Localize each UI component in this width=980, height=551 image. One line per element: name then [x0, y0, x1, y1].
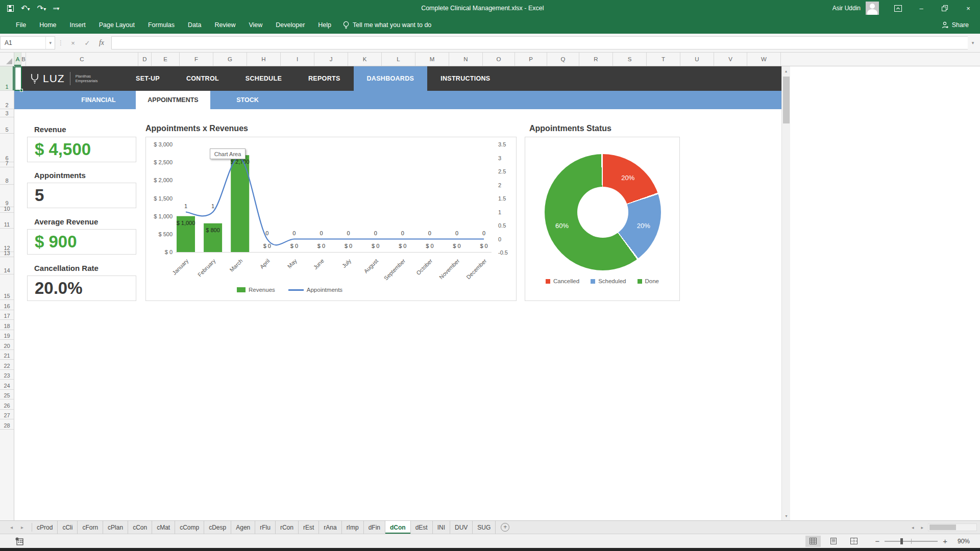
- sheet-tab-cCon[interactable]: cCon: [128, 521, 152, 534]
- ribbon-tab-page-layout[interactable]: Page Layout: [92, 17, 141, 33]
- row-header-8[interactable]: 8: [0, 167, 14, 185]
- sheet-tab-cPlan[interactable]: cPlan: [103, 521, 128, 534]
- scroll-down-icon[interactable]: ▾: [782, 511, 791, 520]
- ribbon-tab-help[interactable]: Help: [311, 17, 338, 33]
- row-header-1[interactable]: 1: [0, 66, 14, 91]
- column-header-M[interactable]: M: [415, 53, 449, 66]
- sheet-tab-dEst[interactable]: dEst: [411, 521, 433, 534]
- sheet-tab-cProd[interactable]: cProd: [32, 521, 58, 534]
- column-header-V[interactable]: V: [714, 53, 747, 66]
- restore-icon[interactable]: [933, 0, 957, 16]
- sheet-tab-INI[interactable]: INI: [433, 521, 450, 534]
- row-header-3[interactable]: 3: [0, 109, 14, 117]
- legend-scheduled[interactable]: Scheduled: [591, 278, 626, 284]
- zoom-slider-thumb[interactable]: [900, 538, 903, 544]
- column-header-E[interactable]: E: [152, 53, 180, 66]
- row-header-19[interactable]: 19: [0, 330, 14, 340]
- formula-bar-collapse-icon[interactable]: ▾: [968, 36, 978, 49]
- row-header-16[interactable]: 16: [0, 300, 14, 310]
- page-break-preview-icon[interactable]: [846, 536, 862, 547]
- legend-appointments[interactable]: Appointments: [288, 287, 342, 293]
- subnav-tab-financial[interactable]: FINANCIAL: [61, 91, 136, 109]
- row-header-9[interactable]: 9: [0, 185, 14, 207]
- nav-item-instructions[interactable]: INSTRUCTIONS: [427, 66, 503, 91]
- redo-icon[interactable]: ↷▾: [37, 4, 46, 13]
- row-header-6[interactable]: 6: [0, 134, 14, 162]
- hscroll-track[interactable]: [928, 523, 977, 531]
- column-header-R[interactable]: R: [579, 53, 613, 66]
- share-button[interactable]: Share: [942, 21, 969, 29]
- enter-check-icon[interactable]: ✓: [81, 39, 94, 47]
- hscroll-right-icon[interactable]: ▸: [918, 525, 926, 530]
- row-header-28[interactable]: 28: [0, 419, 14, 430]
- ribbon-tab-data[interactable]: Data: [181, 17, 208, 33]
- column-header-G[interactable]: G: [213, 53, 247, 66]
- ribbon-tab-formulas[interactable]: Formulas: [141, 17, 181, 33]
- sheet-tab-dCon[interactable]: dCon: [385, 521, 411, 534]
- sheet-tab-prev-icon[interactable]: ◂: [10, 524, 13, 530]
- column-header-S[interactable]: S: [613, 53, 647, 66]
- undo-icon[interactable]: ↶▾: [21, 4, 30, 13]
- column-header-J[interactable]: J: [314, 53, 348, 66]
- row-header-11[interactable]: 11: [0, 213, 14, 229]
- zoom-level[interactable]: 90%: [952, 538, 970, 545]
- ribbon-display-options-icon[interactable]: [886, 0, 910, 16]
- name-box[interactable]: A1 ▾: [0, 36, 55, 49]
- column-header-N[interactable]: N: [449, 53, 483, 66]
- user-avatar[interactable]: [866, 2, 879, 15]
- row-header-12[interactable]: 12: [0, 229, 14, 252]
- sheet-tab-cCli[interactable]: cCli: [58, 521, 78, 534]
- legend-revenues[interactable]: Revenues: [237, 287, 275, 293]
- normal-view-icon[interactable]: [805, 536, 821, 547]
- sheet-tab-Agen[interactable]: Agen: [231, 521, 255, 534]
- sheet-tab-cComp[interactable]: cComp: [175, 521, 204, 534]
- page-layout-view-icon[interactable]: [826, 536, 841, 547]
- column-header-P[interactable]: P: [515, 53, 547, 66]
- sheet-tab-dFin[interactable]: dFin: [364, 521, 385, 534]
- fill-handle[interactable]: [20, 89, 23, 92]
- sheet-tab-rFlu[interactable]: rFlu: [255, 521, 276, 534]
- ribbon-tab-review[interactable]: Review: [208, 17, 242, 33]
- subnav-tab-stock[interactable]: STOCK: [210, 91, 285, 109]
- column-header-W[interactable]: W: [747, 53, 781, 66]
- user-name[interactable]: Asir Uddin: [832, 5, 861, 12]
- column-header-H[interactable]: H: [247, 53, 281, 66]
- column-header-F[interactable]: F: [180, 53, 213, 66]
- row-header-17[interactable]: 17: [0, 310, 14, 320]
- column-header-O[interactable]: O: [483, 53, 515, 66]
- hscroll-thumb[interactable]: [929, 524, 956, 530]
- column-header-U[interactable]: U: [680, 53, 714, 66]
- row-header-27[interactable]: 27: [0, 410, 14, 420]
- ribbon-tab-home[interactable]: Home: [33, 17, 63, 33]
- sheet-tab-next-icon[interactable]: ▸: [21, 524, 23, 530]
- sheet-tab-rEst[interactable]: rEst: [299, 521, 319, 534]
- row-header-20[interactable]: 20: [0, 340, 14, 350]
- macro-recording-icon[interactable]: [15, 537, 23, 545]
- sheet-tab-SUG[interactable]: SUG: [473, 521, 496, 534]
- column-header-D[interactable]: D: [138, 53, 152, 66]
- ribbon-tab-view[interactable]: View: [242, 17, 269, 33]
- sheet-tab-cDesp[interactable]: cDesp: [204, 521, 231, 534]
- column-header-C[interactable]: C: [26, 53, 138, 66]
- nav-item-set-up[interactable]: SET-UP: [122, 66, 173, 91]
- row-header-18[interactable]: 18: [0, 320, 14, 330]
- row-header-23[interactable]: 23: [0, 370, 14, 380]
- combo-chart-panel[interactable]: $ 3,000$ 2,500$ 2,000$ 1,500$ 1,000$ 500…: [145, 137, 517, 301]
- formula-input[interactable]: [111, 36, 968, 49]
- appointments-line[interactable]: [186, 158, 484, 245]
- nav-item-control[interactable]: CONTROL: [173, 66, 232, 91]
- column-header-B[interactable]: B: [21, 53, 26, 66]
- zoom-slider-track[interactable]: [885, 541, 938, 542]
- vertical-scroll-thumb[interactable]: [783, 77, 790, 123]
- nav-item-schedule[interactable]: SCHEDULE: [232, 66, 295, 91]
- column-header-I[interactable]: I: [281, 53, 314, 66]
- row-header-5[interactable]: 5: [0, 117, 14, 134]
- zoom-out-icon[interactable]: −: [875, 537, 879, 545]
- cancel-x-icon[interactable]: ×: [66, 39, 80, 47]
- column-header-A[interactable]: A: [14, 53, 21, 66]
- row-header-26[interactable]: 26: [0, 399, 14, 410]
- vertical-scrollbar[interactable]: ▴ ▾: [781, 66, 790, 520]
- row-header-2[interactable]: 2: [0, 91, 14, 109]
- row-header-24[interactable]: 24: [0, 380, 14, 390]
- row-header-21[interactable]: 21: [0, 350, 14, 360]
